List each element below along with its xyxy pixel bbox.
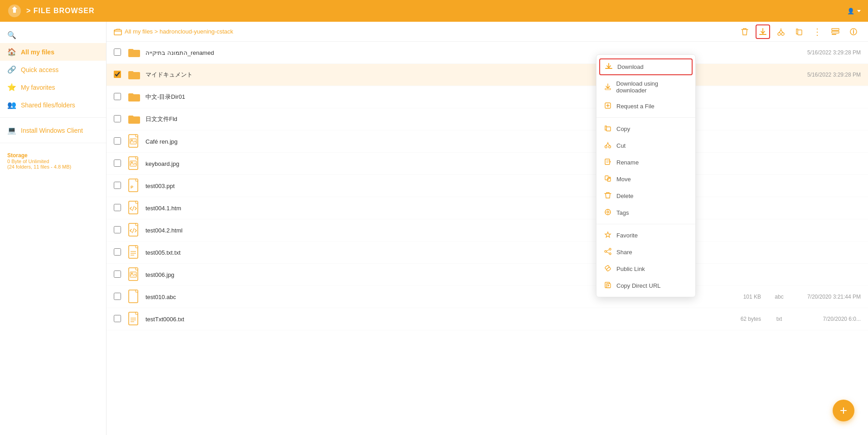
svg-point-33	[131, 273, 133, 274]
folder-icon	[127, 89, 141, 105]
row-checkbox-4[interactable]	[114, 137, 123, 146]
link-icon: 🔗	[7, 65, 16, 74]
move-icon	[604, 175, 612, 184]
row-checkbox-6[interactable]	[114, 182, 123, 190]
context-menu-item-delete[interactable]: Delete	[596, 188, 695, 204]
app-logo	[7, 4, 22, 18]
user-menu[interactable]: 👤	[847, 8, 861, 14]
copy-button[interactable]	[792, 24, 806, 39]
app-title: > FILE BROWSER	[26, 7, 94, 15]
file-name: התמונה בתיקייה_renamed	[145, 49, 797, 56]
svg-point-45	[609, 146, 611, 148]
svg-rect-19	[136, 179, 138, 181]
sidebar-search[interactable]: 🔍	[0, 27, 106, 43]
file-name: test006.jpg	[145, 271, 861, 278]
file-type: txt	[770, 316, 788, 322]
sidebar-label-shared: Shared files/folders	[21, 102, 75, 109]
sidebar-item-my-favorites[interactable]: ⭐ My favorites	[0, 78, 106, 96]
file-name: Café ren.jpg	[145, 138, 861, 145]
breadcrumb: All my files > hadroncloud-yuening-cstac…	[114, 28, 233, 35]
row-checkbox-8[interactable]	[114, 226, 123, 235]
row-checkbox-9[interactable]	[114, 248, 123, 257]
sidebar-item-shared[interactable]: 👥 Shared files/folders	[0, 96, 106, 114]
delete-icon	[604, 192, 612, 200]
context-menu-label-request-file: Request a File	[616, 103, 655, 110]
toolbar: All my files > hadroncloud-yuening-cstac…	[107, 22, 868, 42]
row-checkbox-2[interactable]	[114, 93, 123, 102]
row-checkbox-12[interactable]	[114, 315, 123, 324]
cut-button[interactable]	[774, 24, 788, 39]
info-button[interactable]	[846, 24, 861, 39]
fab-add-button[interactable]: +	[833, 400, 854, 421]
svg-point-9	[853, 29, 854, 30]
svg-rect-31	[136, 268, 138, 270]
file-date: 7/20/2020 3:21:44 PM	[797, 294, 861, 300]
svg-point-50	[607, 211, 609, 213]
svg-point-2	[778, 33, 781, 35]
sidebar: 🔍 🏠 All my files 🔗 Quick access ⭐ My fav…	[0, 22, 107, 435]
context-menu-item-favorite[interactable]: Favorite	[596, 227, 695, 244]
svg-rect-1	[114, 30, 121, 35]
more-button[interactable]: ⋮	[810, 24, 824, 39]
rename-icon	[604, 158, 612, 167]
row-checkbox-7[interactable]	[114, 204, 123, 213]
file-name: keyboard.jpg	[145, 160, 861, 167]
svg-rect-15	[136, 157, 138, 159]
table-row: 日文文件Fld	[107, 108, 868, 130]
context-menu-item-cut[interactable]: Cut	[596, 137, 695, 154]
share-icon	[604, 248, 612, 256]
svg-text:P: P	[131, 185, 133, 189]
download-alt-icon	[604, 83, 611, 92]
request-icon	[604, 102, 612, 111]
file-date: 5/16/2022 3:29:28 PM	[797, 72, 861, 78]
download-button[interactable]	[756, 24, 770, 39]
svg-rect-41	[605, 88, 611, 90]
row-checkbox-0[interactable]	[114, 48, 123, 57]
context-menu-label-rename: Rename	[616, 159, 639, 166]
context-menu-item-request-file[interactable]: Request a File	[596, 98, 695, 115]
sidebar-item-install-windows[interactable]: 💻 Install Windows Client	[0, 121, 106, 139]
sidebar-item-quick-access[interactable]: 🔗 Quick access	[0, 61, 106, 78]
fab-plus-icon: +	[840, 403, 847, 418]
file-name: testTxt0006.txt	[145, 316, 734, 323]
context-menu-item-public-link[interactable]: Public Link	[596, 261, 695, 277]
context-menu-item-rename[interactable]: Rename	[596, 154, 695, 171]
row-checkbox-10[interactable]	[114, 271, 123, 279]
svg-point-44	[605, 146, 607, 148]
sidebar-item-all-my-files[interactable]: 🏠 All my files	[0, 43, 106, 61]
image-file-icon	[127, 155, 141, 172]
row-checkbox-3[interactable]	[114, 115, 123, 124]
home-icon: 🏠	[7, 48, 16, 56]
file-size: 62 bytes	[734, 316, 761, 322]
context-menu-item-copy[interactable]: Copy	[596, 121, 695, 137]
svg-rect-26	[136, 246, 138, 248]
context-menu-label-tags: Tags	[616, 209, 629, 216]
context-menu-item-copy-direct-url[interactable]: Copy Direct URL	[596, 277, 695, 294]
file-name: test005.txt.txt	[145, 249, 861, 256]
file-type: abc	[770, 294, 788, 300]
header: > FILE BROWSER 👤	[0, 0, 868, 22]
delete-button[interactable]	[737, 24, 752, 39]
row-checkbox-5[interactable]	[114, 160, 123, 168]
context-menu-item-download-downloader[interactable]: Download using downloader	[596, 76, 695, 98]
row-checkbox-1[interactable]	[114, 71, 123, 79]
tags-icon	[604, 208, 612, 217]
context-menu-label-move: Move	[616, 176, 631, 183]
list-view-button[interactable]	[828, 24, 843, 39]
context-menu-item-share[interactable]: Share	[596, 244, 695, 261]
storage-info: Storage 0 Byte of Unlimited (24 folders,…	[0, 147, 106, 175]
row-checkbox-11[interactable]	[114, 293, 123, 301]
context-menu-label-copy-direct-url: Copy Direct URL	[616, 282, 661, 289]
context-menu-item-tags[interactable]: Tags	[596, 204, 695, 221]
cut-icon	[604, 141, 612, 150]
context-menu-item-move[interactable]: Move	[596, 171, 695, 188]
context-menu-item-download[interactable]: Download	[599, 58, 693, 75]
context-menu-label-share: Share	[616, 249, 632, 256]
header-right: 👤	[847, 8, 861, 14]
sidebar-label-my-favorites: My favorites	[21, 84, 55, 91]
svg-rect-22	[136, 201, 138, 203]
main-content: All my files > hadroncloud-yuening-cstac…	[107, 22, 868, 435]
table-row: test006.jpg	[107, 264, 868, 286]
svg-rect-5	[832, 29, 839, 30]
chevron-down-icon	[857, 10, 861, 12]
